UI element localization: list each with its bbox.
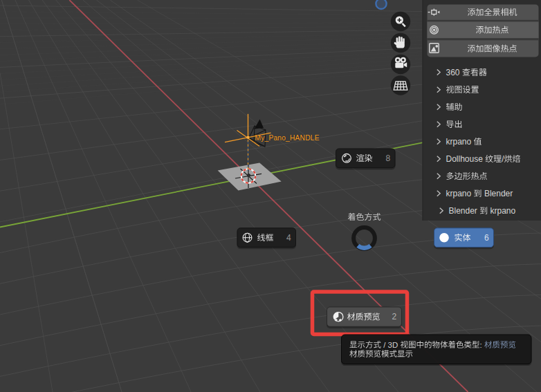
svg-text:6: 6 xyxy=(484,233,489,243)
svg-text:krpano: krpano xyxy=(446,137,472,147)
svg-text::: : xyxy=(480,341,482,349)
svg-text:Dollhouse: Dollhouse xyxy=(446,154,484,164)
svg-text:Blender: Blender xyxy=(449,206,477,216)
svg-text:2: 2 xyxy=(392,312,397,321)
svg-text:krpano: krpano xyxy=(490,206,516,216)
svg-text:Blender: Blender xyxy=(484,189,513,198)
svg-text:4: 4 xyxy=(286,233,291,243)
svg-text:8: 8 xyxy=(386,153,391,163)
svg-text:/ 3D: / 3D xyxy=(383,341,398,349)
svg-text:krpano: krpano xyxy=(446,189,472,198)
svg-text:360: 360 xyxy=(446,68,460,77)
svg-text:My_Pano_HANDLE: My_Pano_HANDLE xyxy=(255,134,320,142)
